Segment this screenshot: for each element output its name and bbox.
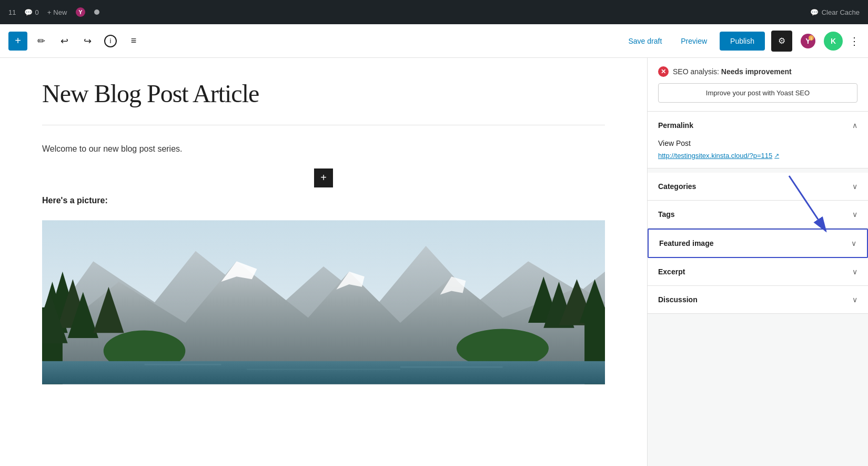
svg-text:Y: Y	[79, 9, 83, 15]
add-block-toolbar-button[interactable]: +	[8, 32, 27, 51]
permalink-header[interactable]: Permalink ∧	[648, 112, 868, 139]
more-options-button[interactable]: ⋮	[849, 35, 860, 47]
kinsta-icon[interactable]: K	[824, 32, 843, 51]
featured-image-title: Featured image	[659, 239, 713, 247]
view-post-label: View Post	[658, 139, 857, 147]
featured-image-wrapper: Featured image ∨	[648, 229, 868, 258]
admin-bar-number-label: 11	[8, 8, 16, 16]
undo-icon: ↩	[60, 35, 68, 47]
permalink-content: View Post http://testingsitex.kinsta.clo…	[648, 139, 868, 168]
seo-prefix: SEO analysis:	[673, 67, 721, 76]
admin-bar-right: 💬 Clear Cache	[810, 8, 860, 16]
categories-section: Categories ∨	[648, 173, 868, 201]
admin-bar-count[interactable]: 11	[8, 8, 16, 16]
publish-label: Publish	[730, 37, 754, 45]
categories-chevron: ∨	[852, 182, 857, 191]
plus-icon: +	[15, 35, 21, 47]
pencil-icon: ✏	[37, 35, 45, 47]
post-divider	[42, 125, 605, 125]
comment-icon: 💬	[24, 8, 33, 16]
seo-error-icon: ✕	[658, 66, 669, 77]
clear-cache-label: Clear Cache	[822, 8, 860, 16]
featured-image-chevron: ∨	[851, 239, 856, 247]
admin-bar-dot[interactable]	[94, 9, 99, 15]
svg-rect-29	[247, 369, 400, 370]
admin-bar-comments[interactable]: 💬 0	[24, 8, 38, 16]
post-url-text: http://testingsitex.kinsta.cloud/?p=115	[658, 152, 772, 160]
post-url-link[interactable]: http://testingsitex.kinsta.cloud/?p=115 …	[658, 152, 857, 160]
editor-toolbar: + ✏ ↩ ↪ i ≡ Save draft Preview Publish ⚙…	[0, 24, 868, 58]
plus-icon: +	[320, 172, 327, 184]
redo-button[interactable]: ↪	[78, 32, 97, 51]
svg-rect-26	[42, 361, 605, 384]
status-dot-icon	[94, 9, 99, 15]
improve-seo-button[interactable]: Improve your post with Yoast SEO	[658, 83, 857, 103]
tags-chevron: ∨	[852, 210, 857, 219]
post-subtext[interactable]: Here's a picture:	[42, 196, 605, 205]
post-featured-image	[42, 218, 605, 386]
permalink-chevron: ∧	[852, 121, 857, 130]
post-intro-text[interactable]: Welcome to our new blog post series.	[42, 142, 605, 156]
excerpt-chevron: ∨	[852, 267, 857, 276]
more-dots-icon: ⋮	[849, 35, 860, 47]
admin-bar-new[interactable]: + New	[47, 8, 67, 16]
new-label: New	[53, 8, 67, 16]
comment-count: 0	[35, 8, 38, 16]
info-button[interactable]: i	[101, 32, 120, 51]
chat-bubble-icon: 💬	[810, 8, 819, 16]
mountain-image-svg	[42, 218, 605, 386]
settings-button[interactable]: ⚙	[771, 31, 792, 52]
editor-area[interactable]: New Blog Post Article Welcome to our new…	[0, 58, 647, 466]
save-draft-label: Save draft	[628, 37, 662, 45]
block-inserter-area: +	[42, 168, 605, 187]
admin-bar: 11 💬 0 + New Y 💬 Clear Cache	[0, 0, 868, 24]
svg-rect-27	[145, 363, 221, 365]
seo-status: ✕ SEO analysis: Needs improvement	[658, 66, 857, 77]
info-icon: i	[104, 35, 117, 47]
external-link-icon: ↗	[774, 152, 779, 159]
add-block-button[interactable]: +	[314, 168, 333, 187]
edit-mode-button[interactable]: ✏	[32, 32, 51, 51]
excerpt-title: Excerpt	[658, 267, 685, 276]
toolbar-right: Save draft Preview Publish ⚙ Y ! K ⋮	[622, 31, 860, 52]
improve-seo-label: Improve your post with Yoast SEO	[706, 89, 810, 97]
discussion-title: Discussion	[658, 295, 698, 304]
categories-header[interactable]: Categories ∨	[648, 173, 868, 200]
redo-icon: ↪	[84, 35, 92, 47]
admin-bar-yoast[interactable]: Y	[75, 7, 86, 17]
yoast-logo-icon: Y	[75, 7, 86, 17]
yoast-icon: Y !	[800, 33, 816, 49]
seo-status-text: Needs improvement	[721, 67, 792, 76]
tags-title: Tags	[658, 210, 675, 219]
svg-text:!: !	[811, 36, 812, 41]
main-layout: New Blog Post Article Welcome to our new…	[0, 58, 868, 466]
featured-image-header[interactable]: Featured image ∨	[649, 230, 867, 257]
permalink-section: Permalink ∧ View Post http://testingsite…	[648, 112, 868, 168]
section-spacer-1	[648, 168, 868, 173]
tags-header[interactable]: Tags ∨	[648, 201, 868, 228]
post-title[interactable]: New Blog Post Article	[42, 79, 605, 108]
discussion-header[interactable]: Discussion ∨	[648, 286, 868, 313]
list-icon: ≡	[131, 35, 137, 46]
discussion-section: Discussion ∨	[648, 286, 868, 314]
seo-label: SEO analysis: Needs improvement	[673, 67, 792, 76]
kinsta-letter: K	[831, 37, 836, 45]
svg-rect-28	[400, 366, 503, 368]
sidebar: ✕ SEO analysis: Needs improvement Improv…	[647, 58, 868, 466]
list-view-button[interactable]: ≡	[124, 32, 143, 51]
preview-label: Preview	[681, 37, 707, 45]
undo-button[interactable]: ↩	[55, 32, 74, 51]
seo-section: ✕ SEO analysis: Needs improvement Improv…	[648, 58, 868, 112]
publish-button[interactable]: Publish	[720, 32, 765, 51]
clear-cache-button[interactable]: 💬 Clear Cache	[810, 8, 860, 16]
tags-section: Tags ∨	[648, 201, 868, 229]
discussion-chevron: ∨	[852, 295, 857, 304]
categories-title: Categories	[658, 182, 696, 191]
excerpt-section: Excerpt ∨	[648, 258, 868, 286]
preview-button[interactable]: Preview	[674, 33, 713, 49]
gear-icon: ⚙	[778, 36, 785, 46]
featured-image-section: Featured image ∨	[648, 229, 868, 258]
excerpt-header[interactable]: Excerpt ∨	[648, 258, 868, 285]
yoast-toolbar-icon[interactable]: Y !	[799, 32, 817, 51]
save-draft-button[interactable]: Save draft	[622, 33, 668, 49]
